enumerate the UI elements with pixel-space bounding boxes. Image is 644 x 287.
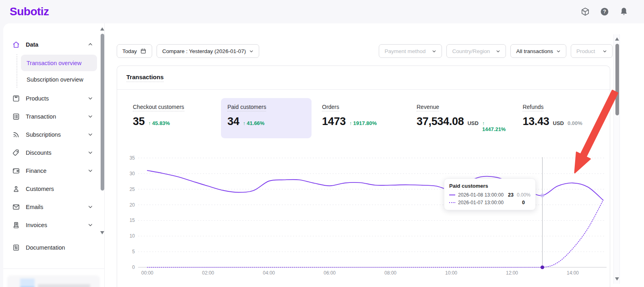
finance-wallet-icon	[12, 167, 20, 175]
sidebar: Data Transaction overview Subscription o…	[3, 23, 105, 287]
metric-delta: 0.00%	[568, 120, 582, 126]
svg-text:30: 30	[130, 171, 135, 176]
notification-bell-icon[interactable]	[619, 7, 629, 16]
sidebar-divider	[3, 269, 104, 269]
sidebar-item-label: Transaction	[26, 113, 56, 120]
tooltip-title: Paid customers	[449, 183, 530, 189]
sidebar-item-subscriptions[interactable]: Subscriptions	[3, 125, 104, 144]
transaction-list-icon	[12, 113, 20, 121]
discount-tag-icon	[12, 149, 20, 157]
sidebar-item-label: Emails	[26, 204, 43, 210]
main-scrollbar-thumb[interactable]	[615, 44, 619, 115]
sidebar-item-finance[interactable]: Finance	[3, 162, 104, 180]
line-chart[interactable]: 0510152025303500:0002:0004:0006:0008:001…	[117, 145, 611, 287]
tooltip-value: 23	[508, 192, 514, 198]
svg-text:02:00: 02:00	[202, 270, 214, 276]
payment-method-dropdown[interactable]: Payment method	[379, 44, 442, 58]
sidebar-item-documentation[interactable]: Documentation	[3, 238, 104, 256]
chart-tooltip: Paid customers 2026-01-08 13:00:00 23 0.…	[444, 178, 536, 210]
svg-text:08:00: 08:00	[384, 270, 396, 276]
content-shell: Data Transaction overview Subscription o…	[3, 23, 644, 287]
metric-value: 34	[227, 115, 239, 128]
metric-paid-customers[interactable]: Paid customers 34 ↑ 41.66%	[221, 98, 312, 138]
svg-text:15: 15	[130, 217, 135, 223]
compare-label: Compare : Yesterday (2026-01-07)	[162, 48, 246, 54]
tooltip-row-yesterday: 2026-01-07 13:00:00 0	[449, 200, 530, 205]
filter-group-right: Payment method Country/Region All transa…	[379, 44, 613, 58]
filter-group-left: Today Compare : Yesterday (2026-01-07)	[117, 44, 259, 58]
sidebar-item-label: Discounts	[26, 150, 52, 156]
metric-label: Orders	[322, 104, 339, 111]
products-box-icon	[12, 94, 20, 102]
metric-revenue[interactable]: Revenue 37,534.08 USD ↑ 1447.21%	[410, 98, 512, 138]
sidebar-item-transaction[interactable]: Transaction	[3, 107, 104, 125]
chevron-down-icon	[603, 49, 607, 53]
avatar	[20, 279, 35, 287]
sidebar-scrollbar[interactable]	[100, 27, 105, 234]
dotted-line-legend-icon	[449, 202, 455, 203]
card-header: Transactions	[117, 66, 610, 90]
documentation-icon	[12, 244, 20, 252]
svg-text:14:00: 14:00	[567, 270, 579, 276]
scroll-up-arrow[interactable]	[615, 37, 619, 41]
sidebar-scrollbar-thumb[interactable]	[101, 34, 104, 191]
sublist-guide-line	[17, 54, 17, 88]
topbar: Subotiz ?	[0, 0, 644, 23]
calendar-icon	[140, 48, 147, 54]
sidebar-item-emails[interactable]: Emails	[3, 198, 104, 216]
chevron-down-icon	[556, 49, 561, 53]
up-arrow-icon: ↑	[482, 121, 485, 126]
sidebar-item-transaction-overview[interactable]: Transaction overview	[21, 55, 97, 71]
chevron-down-icon	[496, 49, 500, 53]
sidebar-sublist-data: Transaction overview Subscription overvi…	[3, 53, 104, 89]
sidebar-item-data[interactable]: Data	[3, 35, 104, 53]
metric-delta: ↑ 1917.80%	[349, 120, 377, 126]
svg-text:25: 25	[130, 187, 135, 192]
package-icon[interactable]	[580, 7, 590, 16]
chevron-down-icon	[249, 49, 254, 53]
metric-refunds[interactable]: Refunds 13.43 USD 0.00%	[516, 98, 601, 138]
sidebar-item-label: Products	[26, 95, 49, 102]
country-region-dropdown[interactable]: Country/Region	[446, 44, 506, 58]
sidebar-item-label: Data	[26, 41, 38, 48]
filter-bar: Today Compare : Yesterday (2026-01-07) P…	[105, 44, 644, 58]
metric-label: Paid customers	[227, 104, 266, 111]
metric-checkout-customers[interactable]: Checkout customers 35 ↑ 45.83%	[126, 98, 217, 138]
currency-unit: USD	[467, 120, 478, 126]
transactions-type-dropdown[interactable]: All transactions	[510, 44, 566, 58]
customers-person-icon	[12, 185, 20, 193]
svg-text:10:00: 10:00	[445, 270, 457, 276]
sidebar-item-subscription-overview[interactable]: Subscription overview	[21, 71, 97, 88]
main-content: Today Compare : Yesterday (2026-01-07) P…	[105, 23, 644, 287]
chevron-down-icon	[88, 168, 93, 173]
chevron-down-icon	[88, 222, 93, 228]
metric-value: 1473	[322, 115, 346, 128]
svg-text:35: 35	[130, 155, 135, 161]
svg-text:12:00: 12:00	[506, 270, 518, 276]
scroll-down-arrow[interactable]	[100, 231, 104, 234]
help-icon[interactable]: ?	[600, 7, 609, 16]
scroll-down-arrow[interactable]	[615, 277, 619, 281]
sidebar-item-discounts[interactable]: Discounts	[3, 144, 104, 162]
metric-orders[interactable]: Orders 1473 ↑ 1917.80%	[316, 98, 406, 138]
chart-canvas[interactable]: 0510152025303500:0002:0004:0006:0008:001…	[117, 145, 611, 287]
scroll-up-arrow[interactable]	[100, 27, 104, 31]
main-scrollbar[interactable]	[613, 34, 620, 284]
user-profile-blurred[interactable]	[3, 274, 104, 287]
brand-logo: Subotiz	[10, 5, 49, 18]
sidebar-item-label: Finance	[26, 168, 47, 174]
sidebar-item-label: Documentation	[26, 244, 65, 251]
up-arrow-icon: ↑	[148, 121, 151, 126]
compare-dropdown[interactable]: Compare : Yesterday (2026-01-07)	[157, 44, 259, 58]
chevron-down-icon	[88, 150, 93, 155]
solid-line-legend-icon	[449, 195, 455, 195]
country-region-placeholder: Country/Region	[452, 48, 490, 54]
sidebar-item-invoices[interactable]: Invoices	[3, 216, 104, 234]
date-range-button[interactable]: Today	[117, 44, 152, 58]
chevron-up-icon	[88, 42, 93, 47]
sidebar-item-products[interactable]: Products	[3, 89, 104, 107]
svg-text:04:00: 04:00	[263, 270, 275, 276]
sidebar-item-customers[interactable]: Customers	[3, 180, 104, 198]
product-dropdown[interactable]: Product	[571, 44, 613, 58]
metric-value: 13.43	[522, 115, 549, 128]
